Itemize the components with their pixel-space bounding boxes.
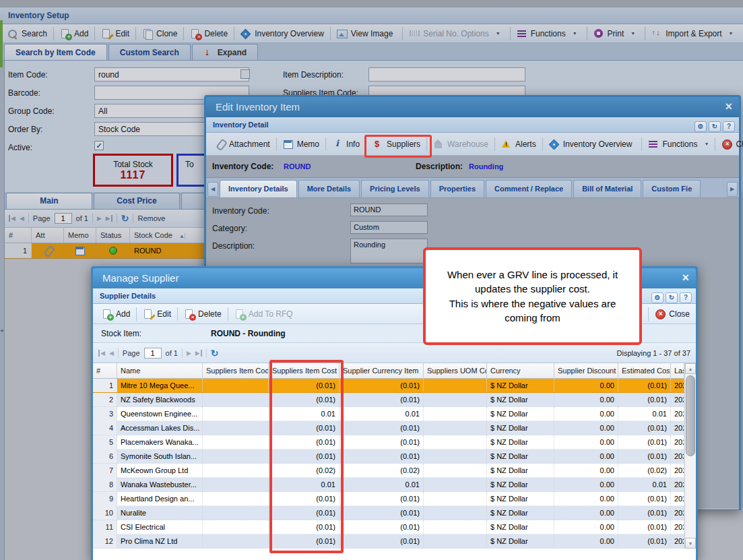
grid-header-cell[interactable]: Stock Code▲	[130, 228, 214, 243]
functions-button[interactable]: Functions	[641, 137, 715, 151]
column-header[interactable]: Supplier Currency Item	[340, 363, 424, 378]
tab-properties[interactable]: Properties	[430, 180, 484, 197]
scroll-down-icon[interactable]: ▼	[685, 538, 696, 549]
Symonite South Islan...[interactable]: 6 Symonite South Islan... (0.01) (0.01) …	[93, 449, 684, 464]
grid-header-cell[interactable]: Memo	[64, 228, 96, 243]
delete-button[interactable]: Delete	[183, 27, 234, 40]
column-header[interactable]: Suppliers Item Cod	[203, 363, 269, 378]
tab-search-by-item-code[interactable]: Search by Item Code	[4, 44, 107, 60]
Placemakers Wanaka...[interactable]: 5 Placemakers Wanaka... (0.01) (0.01) $ …	[93, 435, 684, 449]
tab-main[interactable]: Main	[6, 193, 92, 209]
page-input[interactable]	[144, 348, 162, 359]
Heartland Design an...[interactable]: 9 Heartland Design an... (0.01) (0.01) $…	[93, 492, 684, 506]
table-row[interactable]: 1 ROUND	[5, 243, 214, 259]
add-button[interactable]: Add	[96, 307, 136, 321]
prev-page-icon[interactable]: ◀	[20, 215, 24, 222]
tab-expand[interactable]: Expand	[192, 44, 258, 60]
next-page-icon[interactable]: ▶	[97, 215, 102, 222]
edit-button[interactable]: Edit	[94, 27, 135, 40]
dialog-titlebar[interactable]: Edit Inventory Item ×	[206, 97, 739, 117]
inventory-overview-button[interactable]: Inventory Overview	[542, 137, 639, 151]
add-to-rfq-button[interactable]: Add To RFQ	[228, 307, 299, 321]
memo-button[interactable]: Memo	[276, 137, 325, 151]
refresh-icon[interactable]: ↻	[666, 292, 678, 303]
Wanaka Wastebuster...[interactable]: 8 Wanaka Wastebuster... 0.01 0.01 $ NZ D…	[93, 478, 684, 492]
print-button[interactable]: Print	[587, 27, 642, 40]
edit-button[interactable]: Edit	[136, 307, 177, 321]
Pro Clima NZ Ltd[interactable]: 12 Pro Clima NZ Ltd (0.01) (0.01) $ NZ D…	[93, 534, 684, 549]
suppliers-button[interactable]: Suppliers	[366, 137, 426, 151]
refresh-icon[interactable]: ↻	[121, 214, 129, 223]
refresh-icon[interactable]: ↻	[709, 121, 721, 132]
tab-inventory-details[interactable]: Inventory Details	[220, 180, 297, 197]
column-header[interactable]: Supplier Discount	[554, 363, 618, 378]
close-button[interactable]: Close	[648, 307, 696, 321]
first-page-icon[interactable]: ◀	[98, 350, 105, 356]
grid-header-cell[interactable]: #	[5, 228, 32, 243]
column-header[interactable]: Suppliers Item Cost	[269, 363, 340, 378]
tab-custom-fields[interactable]: Custom Fie	[643, 180, 701, 197]
Queenstown Enginee...[interactable]: 3 Queenstown Enginee... 0.01 0.01 $ NZ D…	[93, 407, 684, 421]
column-header[interactable]: Estimated Cost	[618, 363, 671, 378]
next-page-icon[interactable]: ▶	[187, 350, 191, 356]
last-page-icon[interactable]: ▶	[195, 350, 202, 356]
view-image-button[interactable]: View Image	[330, 27, 399, 40]
grid-header-cell[interactable]: Status	[96, 228, 130, 243]
close-icon[interactable]: ×	[682, 270, 689, 285]
refresh-icon[interactable]: ↻	[211, 348, 219, 358]
tab-scroll-right-icon[interactable]: ▶	[727, 182, 738, 197]
info-button[interactable]: Info	[325, 137, 366, 151]
help-icon[interactable]: ?	[680, 292, 692, 303]
delete-button[interactable]: Delete	[177, 307, 228, 321]
alerts-button[interactable]: Alerts	[494, 137, 542, 151]
inventory-code-field[interactable]: ROUND	[350, 204, 428, 216]
page-input[interactable]	[55, 213, 72, 224]
tab-pricing-levels[interactable]: Pricing Levels	[361, 180, 429, 197]
help-icon[interactable]: ?	[723, 121, 735, 132]
description-field[interactable]: Rounding	[350, 239, 428, 263]
serial-no-options-button[interactable]: Serial No. Options	[402, 27, 506, 40]
column-header[interactable]: Suppliers UOM Cos	[424, 363, 487, 378]
column-header[interactable]: Currency	[487, 363, 554, 378]
tab-comment-replace[interactable]: Comment / Replace	[486, 180, 572, 197]
gear-icon[interactable]: ⚙	[651, 292, 664, 303]
Mitre 10 Mega Quee...[interactable]: 1 Mitre 10 Mega Quee... (0.01) (0.01) $ …	[93, 379, 684, 393]
column-header[interactable]: Name	[117, 363, 203, 378]
inventory-overview-button[interactable]: Inventory Overview	[234, 27, 330, 40]
gear-icon[interactable]: ⚙	[694, 121, 707, 132]
Nuralite[interactable]: 10 Nuralite (0.01) (0.01) $ NZ Dollar 0.…	[93, 506, 684, 520]
functions-button[interactable]: Functions	[510, 27, 583, 40]
tab-custom-search[interactable]: Custom Search	[108, 44, 191, 60]
side-panel-collapse-rail[interactable]	[0, 61, 5, 560]
search-button[interactable]: Search	[1, 27, 53, 40]
active-checkbox[interactable]: ✓	[94, 141, 104, 150]
item-code-checkbox[interactable]	[240, 69, 250, 79]
tab-scroll-left-icon[interactable]: ◀	[207, 182, 218, 197]
add-button[interactable]: Add	[53, 27, 94, 40]
first-page-icon[interactable]: ◀	[9, 215, 15, 222]
item-code-input[interactable]	[94, 67, 249, 82]
CSI Electrical[interactable]: 11 CSI Electrical (0.01) (0.01) $ NZ Dol…	[93, 520, 684, 534]
item-description-input[interactable]	[368, 67, 525, 82]
clone-button[interactable]: Clone	[135, 27, 183, 40]
scroll-up-icon[interactable]: ▲	[685, 363, 696, 374]
grid-header-cell[interactable]: Att	[32, 228, 64, 243]
import-export-button[interactable]: Import & Export	[645, 27, 739, 40]
remove-label[interactable]: Remove	[137, 214, 165, 222]
McKeown Group Ltd[interactable]: 7 McKeown Group Ltd (0.02) (0.02) $ NZ D…	[93, 464, 684, 478]
column-header[interactable]: #	[93, 363, 117, 378]
prev-page-icon[interactable]: ◀	[109, 350, 114, 356]
category-field[interactable]: Custom	[350, 221, 428, 234]
tab-cost-price[interactable]: Cost Price	[94, 193, 180, 209]
attachment-button[interactable]: Attachment	[209, 137, 276, 151]
tab-more-details[interactable]: More Details	[298, 180, 360, 197]
last-page-icon[interactable]: ▶	[106, 215, 112, 222]
vertical-scrollbar[interactable]: ▲ ▼	[684, 363, 696, 549]
close-button[interactable]: Close	[715, 137, 743, 151]
warehouse-button[interactable]: Warehouse	[426, 137, 494, 151]
close-icon[interactable]: ×	[725, 99, 732, 114]
Accessman Lakes Dis...[interactable]: 4 Accessman Lakes Dis... (0.01) (0.01) $…	[93, 421, 684, 435]
tab-bill-of-material[interactable]: Bill of Material	[573, 180, 641, 197]
scrollbar-thumb[interactable]	[686, 375, 695, 456]
column-header[interactable]: Last U	[671, 363, 684, 378]
